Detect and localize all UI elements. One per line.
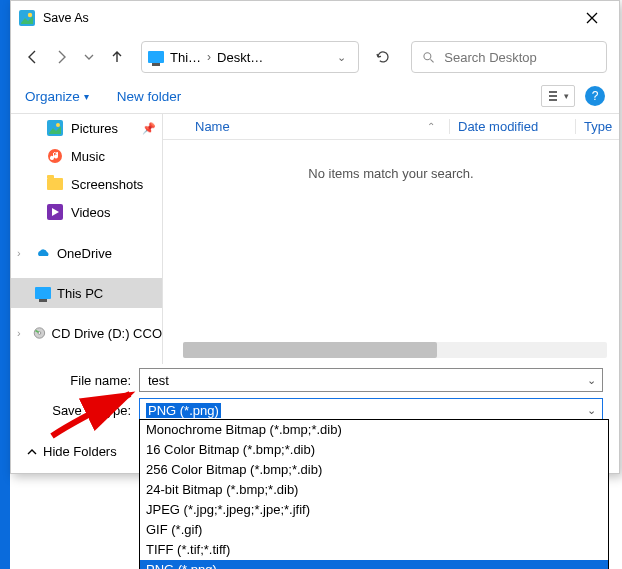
sidebar: Pictures 📌 Music Screenshots Videos › On… (11, 114, 163, 364)
svg-point-4 (56, 123, 60, 127)
sidebar-item-label: This PC (57, 286, 103, 301)
pin-icon: 📌 (142, 122, 156, 135)
filename-label: File name: (27, 373, 139, 388)
app-icon (19, 10, 35, 26)
organize-menu[interactable]: Organize▾ (25, 89, 89, 104)
file-type-option[interactable]: 24-bit Bitmap (*.bmp;*.dib) (140, 480, 608, 500)
filename-input[interactable] (146, 372, 587, 389)
onedrive-icon (35, 245, 51, 261)
file-type-option[interactable]: GIF (*.gif) (140, 520, 608, 540)
sidebar-item-pictures[interactable]: Pictures 📌 (11, 114, 162, 142)
expand-icon[interactable]: › (17, 247, 29, 259)
sidebar-item-cddrive[interactable]: › CD Drive (D:) CCO (11, 318, 162, 348)
new-folder-button[interactable]: New folder (117, 89, 182, 104)
crumb-root[interactable]: Thi… (168, 50, 203, 65)
column-type[interactable]: Type (575, 119, 619, 134)
refresh-button[interactable] (371, 49, 395, 65)
help-button[interactable]: ? (585, 86, 605, 106)
back-button[interactable] (23, 47, 43, 67)
search-input[interactable] (442, 49, 596, 66)
forward-button[interactable] (51, 47, 71, 67)
sidebar-item-onedrive[interactable]: › OneDrive (11, 238, 162, 268)
chevron-down-icon[interactable]: ⌄ (587, 374, 596, 387)
view-options[interactable]: ▾ (541, 85, 575, 107)
file-type-option[interactable]: 16 Color Bitmap (*.bmp;*.dib) (140, 440, 608, 460)
title-bar: Save As (11, 1, 619, 35)
disc-icon (33, 325, 46, 341)
location-icon (148, 51, 164, 63)
window-title: Save As (43, 11, 89, 25)
chevron-right-icon: › (207, 50, 211, 64)
sidebar-item-screenshots[interactable]: Screenshots (11, 170, 162, 198)
column-headers: Name ⌃ Date modified Type (163, 114, 619, 140)
file-type-option[interactable]: PNG (*.png) (140, 560, 608, 569)
nav-row: Thi… › Deskt… ⌄ (11, 35, 619, 79)
sidebar-item-label: OneDrive (57, 246, 112, 261)
crumb-current[interactable]: Deskt… (215, 50, 265, 65)
empty-message: No items match your search. (163, 140, 619, 336)
file-type-option[interactable]: Monochrome Bitmap (*.bmp;*.dib) (140, 420, 608, 440)
chevron-down-icon[interactable]: ⌄ (337, 51, 352, 64)
svg-point-1 (28, 13, 32, 17)
save-type-label: Save as type: (27, 403, 139, 418)
chevron-up-icon (27, 447, 37, 457)
recent-dropdown[interactable] (79, 47, 99, 67)
sidebar-item-videos[interactable]: Videos (11, 198, 162, 226)
folder-icon (47, 178, 63, 190)
save-as-dialog: Save As Thi… › Deskt… ⌄ (10, 0, 620, 474)
column-name[interactable]: Name ⌃ (163, 119, 449, 134)
sidebar-item-thispc[interactable]: › This PC (11, 278, 162, 308)
breadcrumb[interactable]: Thi… › Deskt… ⌄ (141, 41, 359, 73)
sidebar-item-label: Videos (71, 205, 111, 220)
chevron-down-icon[interactable]: ⌄ (587, 404, 596, 417)
sidebar-item-label: Music (71, 149, 105, 164)
filename-field[interactable]: ⌄ (139, 368, 603, 392)
sidebar-item-music[interactable]: Music (11, 142, 162, 170)
file-type-option[interactable]: JPEG (*.jpg;*.jpeg;*.jpe;*.jfif) (140, 500, 608, 520)
file-type-option[interactable]: TIFF (*.tif;*.tiff) (140, 540, 608, 560)
pc-icon (35, 287, 51, 299)
up-button[interactable] (107, 47, 127, 67)
expand-icon[interactable]: › (17, 327, 27, 339)
close-button[interactable] (569, 4, 615, 32)
horizontal-scrollbar[interactable] (183, 342, 607, 358)
hide-folders-button[interactable]: Hide Folders (27, 444, 117, 459)
search-box[interactable] (411, 41, 607, 73)
sidebar-item-label: CD Drive (D:) CCO (52, 326, 163, 341)
search-icon (422, 50, 434, 64)
file-area: Name ⌃ Date modified Type No items match… (163, 114, 619, 364)
file-type-dropdown[interactable]: Monochrome Bitmap (*.bmp;*.dib)16 Color … (139, 419, 609, 569)
save-type-value: PNG (*.png) (146, 403, 221, 418)
sidebar-item-label: Screenshots (71, 177, 143, 192)
svg-point-2 (424, 53, 431, 60)
sort-arrow-icon: ⌃ (427, 121, 435, 132)
column-date[interactable]: Date modified (449, 119, 575, 134)
sidebar-item-label: Pictures (71, 121, 118, 136)
file-type-option[interactable]: 256 Color Bitmap (*.bmp;*.dib) (140, 460, 608, 480)
toolbar: Organize▾ New folder ▾ ? (11, 79, 619, 114)
